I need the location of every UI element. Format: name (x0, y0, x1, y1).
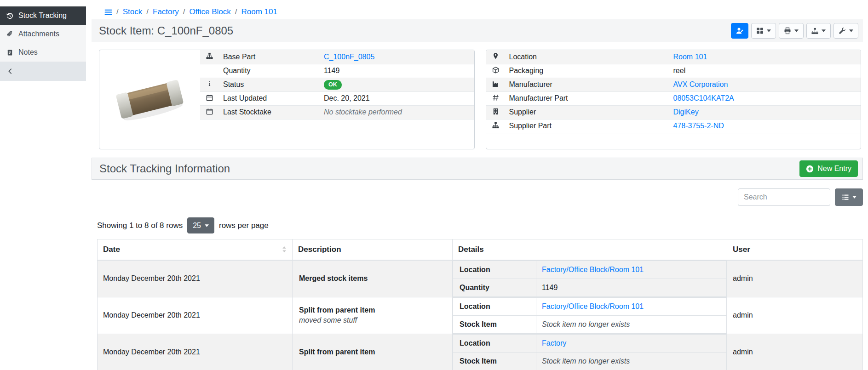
breadcrumb-link-office-block[interactable]: Office Block (189, 7, 230, 17)
detail-value-link[interactable]: 478-3755-2-ND (673, 122, 724, 130)
column-header-description[interactable]: Description (293, 239, 453, 260)
note-icon (6, 49, 13, 56)
sidebar-item-label: Attachments (18, 30, 59, 38)
tracking-details-subtable: LocationFactory/Office Block/Room 101Sto… (453, 297, 727, 334)
sidebar-item-attachments[interactable]: Attachments (0, 25, 86, 43)
building-icon (492, 108, 499, 115)
detail-value-link[interactable]: Room 101 (673, 53, 707, 61)
tracking-detail-label: Stock Item (453, 352, 536, 370)
detail-value-link[interactable]: AVX Corporation (673, 80, 728, 88)
tracking-detail-row: LocationFactory (453, 334, 727, 352)
tracking-detail-row: LocationFactory/Office Block/Room 101 (453, 261, 727, 279)
detail-row: Last StocktakeNo stocktake performed (200, 105, 474, 119)
stock-transfer-actions-button[interactable] (806, 23, 831, 39)
tracking-detail-label: Location (453, 334, 536, 352)
tracking-detail-link[interactable]: Factory/Office Block/Room 101 (542, 302, 644, 310)
sidebar-collapse-button[interactable] (0, 62, 86, 81)
detail-label: Packaging (505, 64, 669, 78)
tracking-date: Monday December 20th 2021 (98, 260, 293, 297)
tracking-description: Merged stock items (299, 274, 446, 283)
page-size-dropdown[interactable]: 25 (187, 217, 214, 233)
tracking-user: admin (727, 297, 863, 334)
detail-row: Last UpdatedDec. 20, 2021 (200, 91, 474, 105)
plus-circle-icon (806, 165, 814, 173)
stock-item-thumbnail[interactable] (99, 50, 200, 149)
status-badge: OK (324, 80, 342, 90)
table-toolbar (92, 188, 863, 206)
tracking-user: admin (727, 334, 863, 370)
tracking-section-header: Stock Tracking Information New Entry (92, 158, 863, 180)
column-label: Description (298, 245, 341, 254)
detail-label: Supplier Part (505, 119, 669, 133)
calendar-icon (206, 108, 213, 115)
calendar-icon (206, 94, 213, 101)
tracking-row: Monday December 20th 2021Split from pare… (98, 297, 863, 334)
detail-row: Base PartC_100nF_0805 (200, 50, 474, 64)
detail-row: ManufacturerAVX Corporation (486, 78, 861, 91)
detail-value-link[interactable]: DigiKey (673, 108, 699, 116)
search-input[interactable] (738, 188, 830, 206)
page-size-value: 25 (193, 222, 201, 230)
breadcrumb-separator: / (116, 7, 119, 17)
sidebar-item-label: Notes (18, 48, 38, 57)
paperclip-icon (6, 31, 13, 38)
tracking-detail-link[interactable]: Factory (542, 339, 566, 347)
sort-icon (282, 246, 287, 253)
tracking-details-subtable: LocationFactoryStock ItemStock item no l… (453, 334, 727, 370)
section-title: Stock Tracking Information (99, 162, 799, 175)
column-label: User (733, 245, 750, 254)
tracking-detail-value: 1149 (542, 284, 558, 291)
header-toolbar (731, 23, 858, 39)
new-entry-label: New Entry (817, 165, 851, 173)
new-entry-button[interactable]: New Entry (799, 160, 858, 177)
box-icon (492, 67, 499, 74)
stock-tracking-section: Stock Tracking Information New Entry Sho… (92, 158, 863, 370)
tracking-description: Split from parent item (299, 306, 446, 314)
detail-label: Supplier (505, 105, 669, 119)
sitemap-icon (811, 28, 818, 34)
detail-value: reel (673, 67, 686, 74)
caret-down-icon (849, 29, 853, 32)
breadcrumb-link-stock[interactable]: Stock (123, 7, 143, 17)
menu-toggle-button[interactable] (104, 8, 112, 16)
detail-row: Manufacturer Part08053C104KAT2A (486, 91, 861, 105)
sidebar-item-notes[interactable]: Notes (0, 43, 86, 62)
tracking-detail-row: Stock ItemStock item no longer exists (453, 352, 727, 370)
tracking-detail-label: Quantity (453, 279, 536, 296)
detail-label: Last Updated (218, 91, 319, 105)
breadcrumb-link-room-101[interactable]: Room 101 (241, 7, 277, 17)
stock-supplier-panel: LocationRoom 101PackagingreelManufacture… (486, 50, 862, 149)
tracking-note: moved some stuff (299, 316, 357, 324)
detail-row: StatusOK (200, 78, 474, 91)
page-header: Stock Item: C_100nF_0805 (92, 19, 863, 42)
stock-adjust-actions-button[interactable] (834, 23, 858, 39)
column-header-date[interactable]: Date (98, 239, 293, 260)
caret-down-icon (852, 196, 857, 199)
column-header-user[interactable]: User (727, 239, 863, 260)
tracking-table-head-row: DateDescriptionDetailsUser (98, 239, 863, 260)
barcode-actions-button[interactable] (751, 23, 776, 39)
sidebar-item-stock-tracking[interactable]: Stock Tracking (0, 6, 86, 25)
tracking-detail-row: Quantity1149 (453, 279, 727, 296)
history-icon (6, 12, 13, 19)
detail-row: SupplierDigiKey (486, 105, 861, 119)
breadcrumb-separator: / (146, 7, 149, 17)
tracking-detail-link[interactable]: Factory/Office Block/Room 101 (542, 266, 644, 273)
stock-details-table-right: LocationRoom 101PackagingreelManufacture… (486, 50, 861, 133)
detail-value-link[interactable]: 08053C104KAT2A (673, 94, 734, 102)
user-edit-icon (736, 27, 743, 34)
tracking-detail-value: Stock item no longer exists (542, 320, 630, 328)
app-root: Stock TrackingAttachmentsNotes /Stock/Fa… (0, 0, 868, 370)
column-header-details[interactable]: Details (453, 239, 727, 260)
detail-row: LocationRoom 101 (486, 50, 861, 64)
stock-user-actions-button[interactable] (731, 23, 748, 39)
rows-per-page-label: rows per page (219, 221, 269, 230)
breadcrumb-link-factory[interactable]: Factory (153, 7, 179, 17)
list-icon (842, 194, 849, 201)
columns-dropdown-button[interactable] (835, 188, 863, 206)
print-actions-button[interactable] (779, 23, 804, 39)
detail-value-link[interactable]: C_100nF_0805 (324, 53, 374, 61)
industry-icon (492, 80, 499, 87)
pagination-text: Showing 1 to 8 of 8 rows (97, 221, 183, 230)
tracking-details-subtable: LocationFactory/Office Block/Room 101Qua… (453, 261, 727, 297)
